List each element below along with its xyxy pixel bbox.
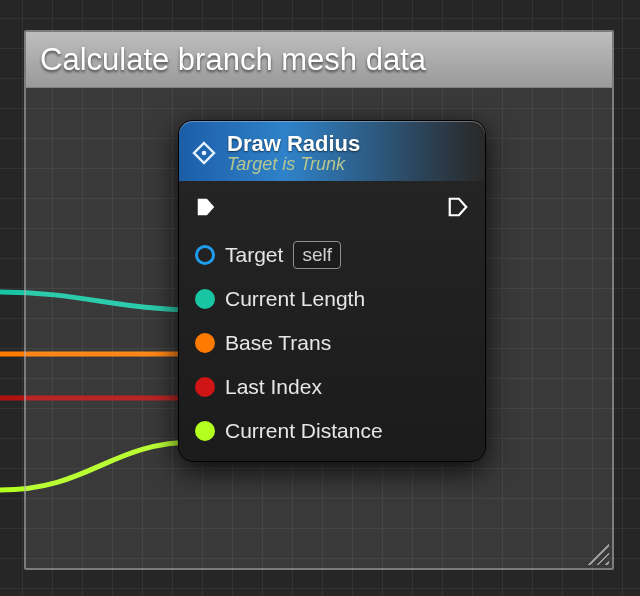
exec-row xyxy=(195,191,469,223)
pin-label: Base Trans xyxy=(225,331,331,355)
pin-last-index[interactable]: Last Index xyxy=(195,371,469,403)
data-pin-icon[interactable] xyxy=(195,377,215,397)
data-pin-icon[interactable] xyxy=(195,421,215,441)
blueprint-graph[interactable]: Calculate branch mesh data Draw Radius T… xyxy=(0,0,640,596)
node-draw-radius[interactable]: Draw Radius Target is Trunk Target self xyxy=(178,120,486,462)
function-icon xyxy=(191,140,217,166)
data-pin-icon[interactable] xyxy=(195,289,215,309)
svg-point-0 xyxy=(202,151,207,156)
pin-label: Current Distance xyxy=(225,419,383,443)
data-pin-icon[interactable] xyxy=(195,333,215,353)
pin-current-length[interactable]: Current Length xyxy=(195,283,469,315)
node-subtitle: Target is Trunk xyxy=(227,155,360,174)
data-pin-icon[interactable] xyxy=(195,245,215,265)
exec-out-pin-icon[interactable] xyxy=(447,196,469,218)
comment-title[interactable]: Calculate branch mesh data xyxy=(26,32,612,88)
exec-in-pin-icon[interactable] xyxy=(195,196,217,218)
resize-grip-icon[interactable] xyxy=(587,543,609,565)
node-body: Target self Current Length Base Trans La… xyxy=(179,181,485,461)
node-header[interactable]: Draw Radius Target is Trunk xyxy=(179,121,485,181)
node-header-text: Draw Radius Target is Trunk xyxy=(227,132,360,174)
pin-label: Target xyxy=(225,243,283,267)
pin-base-trans[interactable]: Base Trans xyxy=(195,327,469,359)
node-title: Draw Radius xyxy=(227,132,360,155)
comment-title-text: Calculate branch mesh data xyxy=(40,42,426,78)
pin-target[interactable]: Target self xyxy=(195,239,469,271)
pin-current-distance[interactable]: Current Distance xyxy=(195,415,469,447)
target-default-box[interactable]: self xyxy=(293,241,341,269)
pin-label: Current Length xyxy=(225,287,365,311)
pin-label: Last Index xyxy=(225,375,322,399)
